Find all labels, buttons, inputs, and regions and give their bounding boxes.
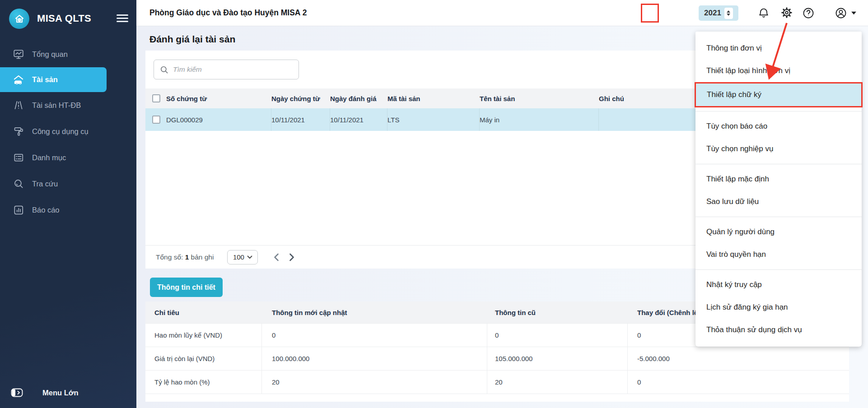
topbar: Phòng Giáo dục và Đào tạo Huyện MISA 2 2… (136, 0, 868, 26)
menu-item-lich-su-dang-ky-gia-han[interactable]: Lịch sử đăng ký gia hạn (695, 296, 862, 319)
menu-item-thiet-lap-loai-hinh-don-vi[interactable]: Thiết lập loại hình đơn vị (695, 60, 862, 82)
column-header[interactable]: Ngày chứng từ (271, 95, 330, 102)
cell-ngay-chung-tu: 10/11/2021 (271, 108, 330, 131)
category-list-icon (13, 152, 24, 163)
report-icon (13, 204, 24, 216)
menu-divider (695, 164, 862, 164)
year-value: 2021 (704, 9, 721, 18)
detail-column-header: Thông tin mới cập nhật (262, 309, 487, 316)
menu-item-quan-ly-nguoi-dung[interactable]: Quản lý người dùng (695, 221, 862, 243)
menu-item-tuy-chon-bao-cao[interactable]: Tùy chọn báo cáo (695, 115, 862, 138)
menu-item-tuy-chon-nghiep-vu[interactable]: Tùy chọn nghiệp vụ (695, 138, 862, 160)
detail-cell: Tỷ lệ hao mòn (%) (145, 371, 262, 394)
detail-cell: 100.000.000 (262, 347, 487, 370)
detail-row-gia-tri-con-lai: Giá trị còn lại (VND) 100.000.000 105.00… (145, 347, 849, 370)
column-header[interactable]: Số chứng từ (166, 95, 271, 102)
sidebar-item-danh-muc[interactable]: Danh mục (0, 144, 136, 171)
paint-roller-icon (13, 125, 24, 137)
user-avatar-icon[interactable] (835, 7, 847, 19)
menu-divider (695, 217, 862, 217)
detail-cell: 0 (262, 324, 487, 347)
sidebar-item-label: Công cụ dụng cụ (32, 127, 89, 136)
column-header[interactable]: Mã tài sản (387, 95, 480, 102)
menu-item-sao-luu-du-lieu[interactable]: Sao lưu dữ liệu (695, 190, 862, 213)
prev-page-button[interactable] (273, 253, 279, 261)
menu-item-vai-tro-quyen-han[interactable]: Vai trò quyền hạn (695, 243, 862, 266)
sidebar-item-label: Tài sản (32, 75, 58, 84)
detail-column-header: Chỉ tiêu (145, 309, 262, 316)
sidebar-item-tai-san[interactable]: Tài sản (0, 67, 107, 92)
unit-name: Phòng Giáo dục và Đào tạo Huyện MISA 2 (149, 8, 307, 18)
menu-item-thiet-lap-chu-ky[interactable]: Thiết lập chữ ký (695, 82, 863, 107)
cell-so-chung-tu: DGL000029 (166, 108, 271, 131)
menu-size-toggle-icon (11, 388, 23, 398)
sidebar-item-bao-cao[interactable]: Báo cáo (0, 197, 136, 223)
detail-row-ty-le-hao-mon: Tỷ lệ hao mòn (%) 20 20 0 (145, 370, 849, 394)
brand-name: MISA QLTS (37, 13, 91, 24)
road-icon (13, 99, 24, 111)
sidebar-item-tra-cuu[interactable]: Tra cứu (0, 171, 136, 197)
chevron-down-icon (247, 255, 252, 259)
select-all-checkbox[interactable] (152, 94, 160, 102)
total-records-label: Tổng số: 1 bản ghi (156, 253, 214, 261)
detail-cell: 20 (262, 371, 487, 394)
sidebar-item-label: Tổng quan (32, 50, 68, 59)
search-icon (160, 65, 168, 74)
sidebar-footer-label: Menu Lớn (42, 389, 79, 397)
detail-cell: Hao mòn lũy kế (VND) (145, 324, 262, 347)
detail-cell: -5.000.000 (628, 347, 849, 370)
column-header[interactable]: Ngày đánh giá (330, 95, 387, 102)
detail-cell: 0 (628, 371, 849, 394)
total-count: 1 (185, 253, 189, 261)
column-header[interactable]: Tên tài sản (480, 95, 599, 102)
sidebar-item-tai-san-ht-db[interactable]: Tài sản HT-ĐB (0, 92, 136, 118)
page-title: Đánh giá lại tài sản (149, 34, 235, 45)
settings-dropdown-menu: Thông tin đơn vị Thiết lập loại hình đơn… (695, 32, 862, 347)
detail-cell: Giá trị còn lại (VND) (145, 347, 262, 370)
search-box[interactable] (154, 60, 299, 79)
sidebar-item-tong-quan[interactable]: Tổng quan (0, 41, 136, 67)
cell-ngay-danh-gia: 10/11/2021 (330, 108, 387, 131)
sidebar-nav: Tổng quan Tài sản Tài sản HT-ĐB (0, 41, 136, 223)
sidebar: MISA QLTS Tổng quan Tài sản (0, 0, 136, 408)
hamburger-menu-icon[interactable] (117, 14, 128, 23)
settings-gear-icon[interactable] (780, 6, 793, 19)
help-icon[interactable] (802, 7, 815, 19)
detail-cell: 0 (487, 324, 628, 347)
page-size-select[interactable]: 100 (227, 250, 258, 264)
next-page-button[interactable] (289, 253, 295, 261)
menu-item-thiet-lap-mac-dinh[interactable]: Thiết lập mặc định (695, 168, 862, 190)
detail-cell: 20 (487, 371, 628, 394)
detail-info-tab-button[interactable]: Thông tin chi tiết (150, 278, 223, 297)
year-spinner-icon[interactable] (724, 8, 733, 19)
asset-icon (13, 74, 24, 86)
chevron-down-icon[interactable] (851, 11, 857, 15)
year-selector[interactable]: 2021 (699, 5, 738, 21)
sidebar-collapse-toggle[interactable]: Menu Lớn (0, 385, 136, 401)
overview-icon (13, 48, 24, 60)
sidebar-item-label: Tra cứu (32, 180, 58, 188)
menu-item-nhat-ky-truy-cap[interactable]: Nhật ký truy cập (695, 274, 862, 296)
search-input[interactable] (173, 65, 286, 74)
app-window: MISA QLTS Tổng quan Tài sản (0, 0, 868, 408)
menu-divider (695, 269, 862, 270)
notification-bell-icon[interactable] (757, 7, 770, 19)
misa-logo (9, 9, 29, 29)
cell-ten-tai-san: Máy in (480, 108, 599, 131)
menu-item-thoa-thuan-su-dung-dich-vu[interactable]: Thỏa thuận sử dụng dịch vụ (695, 319, 862, 341)
detail-row-partial (145, 394, 849, 402)
menu-divider (695, 111, 862, 111)
sidebar-item-cong-cu-dung-cu[interactable]: Công cụ dụng cụ (0, 118, 136, 144)
sidebar-item-label: Báo cáo (32, 206, 60, 214)
search-nav-icon (13, 178, 24, 190)
cell-ma-tai-san: LTS (387, 108, 480, 131)
sidebar-item-label: Danh mục (32, 153, 66, 162)
detail-cell: 105.000.000 (487, 347, 628, 370)
sidebar-item-label: Tài sản HT-ĐB (32, 101, 81, 110)
menu-item-thong-tin-don-vi[interactable]: Thông tin đơn vị (695, 37, 862, 60)
detail-column-header: Thông tin cũ (487, 309, 628, 316)
row-checkbox[interactable] (152, 116, 160, 124)
